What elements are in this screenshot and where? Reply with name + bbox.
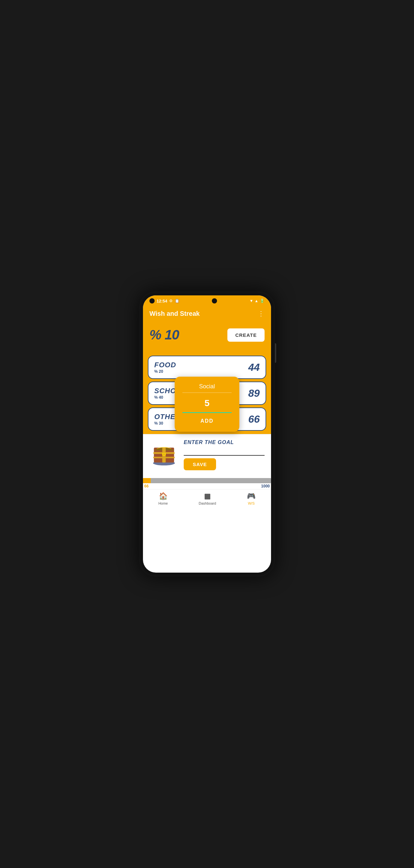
- nav-ws[interactable]: 🎮 W/S: [247, 492, 255, 505]
- dashboard-icon: ▦: [204, 492, 211, 500]
- nav-home[interactable]: 🏠 Home: [159, 492, 168, 505]
- status-time: 12:54: [157, 299, 167, 304]
- phone-frame: 12:54 ⚙ 📋 ▼ ▲ 🔋 Wish and Streak ⋮ % 10 C…: [139, 291, 275, 577]
- progress-track: [143, 478, 271, 483]
- settings-icon: ⚙: [169, 299, 173, 303]
- phone-screen: 12:54 ⚙ 📋 ▼ ▲ 🔋 Wish and Streak ⋮ % 10 C…: [143, 296, 271, 572]
- svg-point-8: [163, 454, 165, 455]
- social-popup: Social 5 ADD: [175, 377, 239, 432]
- camera-notch-right: [212, 298, 217, 304]
- enter-goal-label: ENTER THE GOAL: [184, 439, 265, 445]
- goal-right: ENTER THE GOAL SAVE: [184, 439, 265, 470]
- ws-label: W/S: [248, 501, 254, 505]
- status-right: ▼ ▲ 🔋: [249, 299, 265, 303]
- wifi-icon: ▼: [249, 299, 253, 303]
- add-button[interactable]: ADD: [182, 417, 232, 425]
- food-category-name: FOOD: [154, 361, 176, 369]
- cards-area: FOOD % 20 44 SCHOOL % 40 89 OTHER % 30: [143, 352, 271, 434]
- menu-dots-button[interactable]: ⋮: [258, 310, 265, 317]
- goal-input[interactable]: [184, 448, 265, 456]
- goal-area: ENTER THE GOAL SAVE: [149, 439, 265, 470]
- save-button[interactable]: SAVE: [184, 458, 216, 470]
- popup-underline: [182, 412, 232, 413]
- svg-rect-9: [153, 457, 175, 458]
- progress-end-label: 1000: [261, 484, 270, 488]
- create-button[interactable]: CREATE: [228, 329, 265, 342]
- nav-dashboard[interactable]: ▦ Dashboard: [199, 492, 216, 505]
- treasure-chest-icon: [149, 439, 178, 465]
- signal-icon: ▲: [254, 299, 258, 303]
- other-value: 66: [248, 413, 260, 425]
- bottom-section: ENTER THE GOAL SAVE: [143, 434, 271, 475]
- clipboard-icon: 📋: [175, 299, 179, 303]
- percentage-display: % 10: [149, 327, 179, 343]
- food-card[interactable]: FOOD % 20 44: [148, 355, 266, 379]
- top-section: % 10 CREATE: [143, 321, 271, 352]
- bottom-nav: 🏠 Home ▦ Dashboard 🎮 W/S: [143, 489, 271, 509]
- status-left: 12:54 ⚙ 📋: [149, 298, 179, 304]
- food-value: 44: [248, 362, 260, 373]
- food-card-left: FOOD % 20: [154, 361, 176, 374]
- popup-value: 5: [182, 396, 232, 411]
- progress-start-label: 66: [144, 484, 148, 488]
- status-bar: 12:54 ⚙ 📋 ▼ ▲ 🔋: [143, 296, 271, 306]
- popup-divider-top: [182, 393, 232, 393]
- app-header: Wish and Streak ⋮: [143, 306, 271, 321]
- side-button: [275, 343, 276, 363]
- gamepad-icon: 🎮: [247, 492, 255, 500]
- progress-fill: [143, 478, 151, 483]
- home-label: Home: [159, 501, 168, 505]
- app-title: Wish and Streak: [149, 310, 200, 317]
- camera-notch-left: [149, 298, 154, 304]
- food-percentage: % 20: [154, 369, 176, 374]
- progress-bar-area: 66 1000: [143, 475, 271, 489]
- battery-icon: 🔋: [260, 299, 265, 303]
- popup-title: Social: [182, 383, 232, 390]
- school-value: 89: [248, 388, 260, 399]
- dashboard-label: Dashboard: [199, 501, 216, 505]
- progress-labels: 66 1000: [143, 483, 271, 489]
- home-icon: 🏠: [159, 492, 168, 500]
